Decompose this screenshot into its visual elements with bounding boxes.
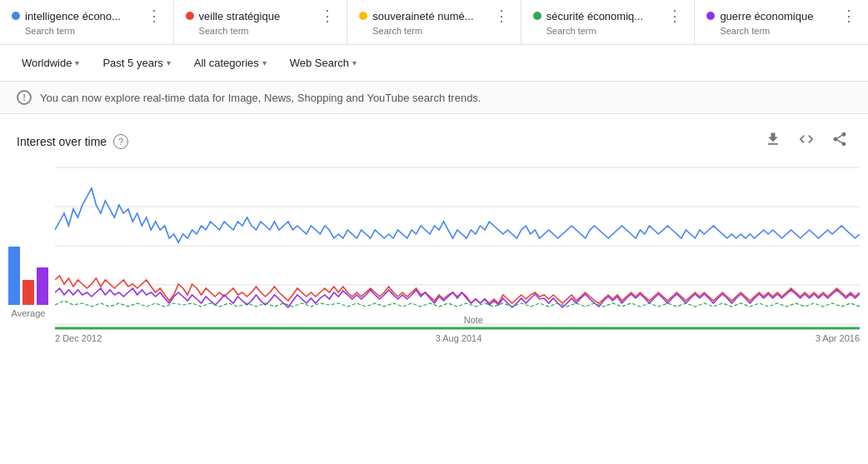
term-name: guerre économique (720, 10, 813, 22)
chart-title: Interest over time (17, 135, 107, 148)
download-button[interactable] (761, 127, 785, 155)
search-term-label: sécurité économiq... (533, 10, 643, 22)
x-label-3: 3 Apr 2016 (816, 333, 860, 343)
search-term-header: veille stratégique ⋮ (186, 8, 336, 23)
info-banner: ! You can now explore real-time data for… (0, 82, 868, 114)
term-dot (12, 12, 20, 20)
search-term-label: veille stratégique (186, 10, 281, 22)
term-dot (359, 12, 367, 20)
term-name: sécurité économiq... (546, 10, 643, 22)
term-type: Search term (199, 26, 336, 36)
term-menu-icon[interactable]: ⋮ (667, 8, 682, 23)
term-menu-icon[interactable]: ⋮ (841, 8, 856, 23)
search-term-label: guerre économique (706, 10, 813, 22)
line-chart-svg: 100 75 50 25 (55, 163, 860, 330)
chart-container: Average 100 75 50 25 (8, 163, 860, 343)
search-term-header: sécurité économiq... ⋮ (533, 8, 683, 23)
info-icon: ! (17, 90, 32, 105)
x-axis-labels: 2 Dec 2012 3 Aug 2014 3 Apr 2016 (55, 330, 860, 343)
chart-header: Interest over time ? (8, 127, 860, 163)
category-filter[interactable]: All categories ▾ (186, 52, 275, 74)
search-term-label: souveraineté numé... (359, 10, 473, 22)
mini-bar (8, 247, 20, 305)
search-term-item: veille stratégique ⋮ Search term (174, 0, 348, 44)
term-type: Search term (372, 26, 509, 36)
search-type-label: Web Search (290, 57, 349, 69)
embed-button[interactable] (795, 127, 818, 155)
term-menu-icon[interactable]: ⋮ (147, 8, 162, 23)
line-blue (55, 188, 860, 242)
chart-main: 100 75 50 25 Note 2 Dec 2012 3 Aug 2014 (55, 163, 860, 343)
search-term-header: guerre économique ⋮ (706, 8, 856, 23)
search-term-item: intelligence écono... ⋮ Search term (0, 0, 174, 44)
search-type-chevron: ▾ (352, 58, 357, 67)
mini-bars-container: Average (8, 238, 48, 343)
term-name: souveraineté numé... (372, 10, 473, 22)
chart-actions (761, 127, 851, 155)
term-menu-icon[interactable]: ⋮ (320, 8, 335, 23)
period-label: Past 5 years (102, 57, 162, 69)
note-label: Note (464, 315, 483, 325)
average-label: Average (12, 308, 46, 318)
search-term-header: souveraineté numé... ⋮ (359, 8, 509, 23)
term-type: Search term (720, 26, 856, 36)
term-dot (533, 12, 541, 20)
mini-bar (37, 267, 48, 305)
search-term-item: sécurité économiq... ⋮ Search term (521, 0, 696, 44)
category-label: All categories (194, 57, 259, 69)
info-text: You can now explore real-time data for I… (40, 92, 481, 104)
location-filter[interactable]: Worldwide ▾ (13, 52, 87, 74)
filter-bar: Worldwide ▾ Past 5 years ▾ All categorie… (0, 45, 868, 82)
location-label: Worldwide (22, 57, 72, 69)
x-label-1: 2 Dec 2012 (55, 333, 102, 343)
help-icon[interactable]: ? (113, 134, 128, 149)
search-term-header: intelligence écono... ⋮ (12, 8, 162, 23)
location-chevron: ▾ (75, 58, 79, 67)
share-button[interactable] (828, 127, 851, 155)
line-green (55, 301, 860, 307)
chart-title-area: Interest over time ? (17, 134, 128, 149)
search-term-item: guerre économique ⋮ Search term (695, 0, 868, 44)
category-chevron: ▾ (262, 58, 267, 67)
search-type-filter[interactable]: Web Search ▾ (282, 52, 365, 74)
period-chevron: ▾ (167, 58, 171, 67)
term-type: Search term (546, 26, 683, 36)
term-name: intelligence écono... (25, 10, 121, 22)
term-menu-icon[interactable]: ⋮ (494, 8, 509, 23)
mini-bar (22, 280, 34, 305)
search-term-item: souveraineté numé... ⋮ Search term (347, 0, 521, 44)
period-filter[interactable]: Past 5 years ▾ (94, 52, 178, 74)
search-term-label: intelligence écono... (12, 10, 121, 22)
chart-section: Interest over time ? Average (0, 114, 868, 343)
term-name: veille stratégique (199, 10, 281, 22)
x-label-2: 3 Aug 2014 (436, 333, 482, 343)
term-dot (706, 12, 715, 20)
search-terms-bar: intelligence écono... ⋮ Search term veil… (0, 0, 868, 45)
mini-bars-group (8, 238, 48, 305)
term-type: Search term (25, 26, 162, 36)
term-dot (186, 12, 194, 20)
